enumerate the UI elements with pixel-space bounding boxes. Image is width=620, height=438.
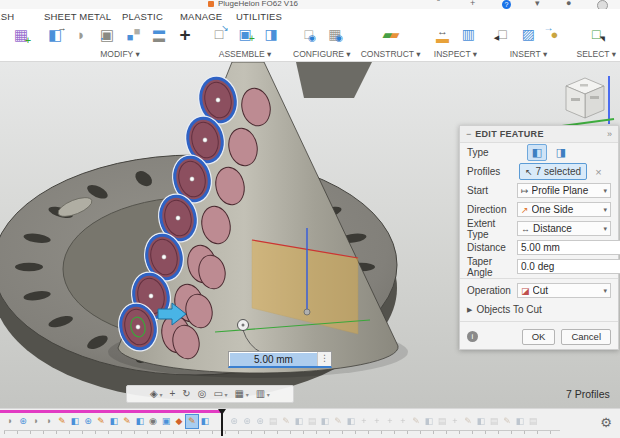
- timeline-circular-pattern-icon[interactable]: ⊛: [228, 415, 240, 428]
- ribbon-tab-plastic[interactable]: PLASTIC: [122, 11, 163, 22]
- look-at-icon[interactable]: ◎: [198, 387, 207, 401]
- timeline-extrude-icon[interactable]: ◧: [293, 415, 305, 428]
- cancel-button[interactable]: Cancel: [561, 329, 611, 345]
- distance-input[interactable]: 5.00 mm: [230, 353, 317, 366]
- distance-field[interactable]: [517, 240, 620, 255]
- split-body-icon[interactable]: ▬▬: [147, 23, 171, 45]
- timeline-circular-pattern-icon[interactable]: ⊛: [254, 415, 266, 428]
- timeline-extrude-icon[interactable]: ◧: [423, 415, 435, 428]
- start-dropdown[interactable]: ↦ Profile Plane ▾: [517, 183, 611, 198]
- construction-plane-icon[interactable]: ▰▰: [379, 23, 403, 45]
- timeline-extrude-icon[interactable]: ◧: [345, 415, 357, 428]
- ribbon-group-label[interactable]: SELECT ▾: [576, 49, 616, 59]
- timeline-move-icon[interactable]: +: [358, 415, 370, 428]
- ribbon-group-label[interactable]: ASSEMBLE ▾: [219, 49, 271, 59]
- timeline-fillet-icon[interactable]: ◗: [30, 415, 42, 428]
- timeline-extrude-icon[interactable]: ◧: [108, 415, 120, 428]
- pan-icon[interactable]: +: [170, 387, 176, 401]
- configuration-table-icon[interactable]: ▦◉: [323, 23, 347, 45]
- timeline-extrude-icon[interactable]: ◧: [319, 415, 331, 428]
- timeline-document-icon[interactable]: ▤: [527, 415, 539, 428]
- fit-view-icon[interactable]: ◈ ▾: [150, 387, 162, 402]
- info-icon[interactable]: i: [467, 331, 478, 342]
- orbit-icon[interactable]: ↻: [182, 387, 190, 401]
- timeline-sketch-icon[interactable]: ✎: [501, 415, 513, 428]
- section-analysis-icon[interactable]: ▥: [456, 23, 480, 45]
- timeline-sketch-icon[interactable]: ✎: [280, 415, 292, 428]
- joint-icon[interactable]: ▣+: [233, 23, 257, 45]
- taper-angle-field[interactable]: [517, 259, 620, 274]
- timeline-circular-pattern-icon[interactable]: ⊛: [82, 415, 94, 428]
- clear-selection-icon[interactable]: ×: [595, 166, 601, 178]
- ribbon-tab-utilities[interactable]: UTILITIES: [236, 11, 282, 22]
- profile-icon[interactable]: ●: [566, 0, 571, 8]
- notifications-icon[interactable]: ▾: [535, 0, 540, 8]
- timeline-document-icon[interactable]: ▤: [436, 415, 448, 428]
- timeline-circular-pattern-icon[interactable]: ⊛: [17, 415, 29, 428]
- timeline-extrude-icon[interactable]: ◧: [514, 415, 526, 428]
- timeline-document-icon[interactable]: ▤: [488, 415, 500, 428]
- ribbon-tab-sheet-metal[interactable]: SHEET METAL: [44, 11, 111, 22]
- origin-point[interactable]: [304, 309, 310, 315]
- timeline-sketch-icon[interactable]: ✎: [186, 415, 198, 428]
- configuration-icon[interactable]: □◉: [297, 23, 321, 45]
- timeline-circular-pattern-icon[interactable]: ⊛: [241, 415, 253, 428]
- timeline-document-icon[interactable]: ▤: [267, 415, 279, 428]
- ribbon-group-label[interactable]: INSERT ▾: [510, 49, 548, 59]
- profiles-select-button[interactable]: ↖ 7 selected: [519, 163, 587, 180]
- undock-icon[interactable]: »: [607, 129, 612, 139]
- timeline-move-icon[interactable]: +: [371, 415, 383, 428]
- chevron-up-icon[interactable]: ˆ: [437, 0, 440, 8]
- collapse-icon[interactable]: −: [466, 129, 471, 139]
- insert-canvas-icon[interactable]: □◀: [490, 23, 514, 45]
- combine-icon[interactable]: ■■: [121, 23, 145, 45]
- timeline-move-icon[interactable]: +: [384, 415, 396, 428]
- timeline-extrude-icon[interactable]: ◧: [199, 415, 211, 428]
- ribbon-group-label[interactable]: MODIFY ▾: [100, 49, 140, 59]
- ok-button[interactable]: OK: [522, 329, 556, 345]
- ribbon-group-label[interactable]: CONSTRUCT ▾: [361, 49, 421, 59]
- dimension-drag-handle-icon[interactable]: ⋮: [317, 352, 331, 366]
- ribbon-tab-manage[interactable]: MANAGE: [180, 11, 222, 22]
- timeline-sketch-icon[interactable]: ✎: [462, 415, 474, 428]
- ribbon-tab-mesh[interactable]: MESH: [0, 11, 14, 22]
- extrude-type-icon[interactable]: ◧: [527, 144, 547, 161]
- timeline-playhead[interactable]: [221, 409, 223, 436]
- timeline-sketch-icon[interactable]: ✎: [95, 415, 107, 428]
- timeline-sketch-icon[interactable]: ✎: [410, 415, 422, 428]
- timeline-extrude-icon[interactable]: ◧: [475, 415, 487, 428]
- operation-dropdown[interactable]: ◪ Cut ▾: [517, 283, 611, 298]
- timeline-sketch-icon[interactable]: ✎: [121, 415, 133, 428]
- timeline-move-icon[interactable]: +: [397, 415, 409, 428]
- direction-dropdown[interactable]: ↗ One Side ▾: [517, 202, 611, 217]
- insert-mesh-icon[interactable]: ●→: [542, 23, 566, 45]
- mesh-create-icon[interactable]: ▦+: [9, 23, 33, 45]
- timeline-sketch-icon[interactable]: ✎: [332, 415, 344, 428]
- display-settings-icon[interactable]: ▭ ▾: [213, 387, 227, 402]
- viewports-icon[interactable]: ▥ ▾: [256, 387, 270, 402]
- timeline-hole-icon[interactable]: ◉: [147, 415, 159, 428]
- timeline-extrude-icon[interactable]: ◧: [134, 415, 146, 428]
- shell-icon[interactable]: ▣▪: [95, 23, 119, 45]
- objects-to-cut-expander[interactable]: ▶ Objects To Cut: [460, 300, 618, 319]
- rigid-group-icon[interactable]: ◨: [259, 23, 283, 45]
- timeline-fillet-icon[interactable]: ◗: [43, 415, 55, 428]
- ribbon-group-label[interactable]: CONFIGURE ▾: [293, 49, 351, 59]
- ribbon-group-label[interactable]: INSPECT ▾: [434, 49, 477, 59]
- thin-extrude-type-icon[interactable]: ◨: [551, 144, 571, 161]
- grid-display-icon[interactable]: ▦ ▾: [235, 387, 249, 402]
- help-icon[interactable]: ?: [502, 0, 511, 9]
- fillet-icon[interactable]: ◗: [69, 23, 93, 45]
- plus-icon[interactable]: +: [470, 0, 475, 8]
- timeline-delete-icon[interactable]: ◆: [173, 415, 185, 428]
- decal-icon[interactable]: ▨: [516, 23, 540, 45]
- panel-header[interactable]: − EDIT FEATURE »: [460, 126, 618, 143]
- move-icon[interactable]: +: [173, 23, 197, 45]
- select-window-icon[interactable]: □◥: [584, 23, 608, 45]
- new-component-icon[interactable]: □↘: [207, 23, 231, 45]
- timeline-fillet-icon[interactable]: ◗: [4, 415, 16, 428]
- settings-gear-icon[interactable]: ⚙: [600, 415, 612, 430]
- timeline-sketch-icon[interactable]: ✎: [56, 415, 68, 428]
- timeline-document-icon[interactable]: ▤: [306, 415, 318, 428]
- timeline-move-icon[interactable]: +: [449, 415, 461, 428]
